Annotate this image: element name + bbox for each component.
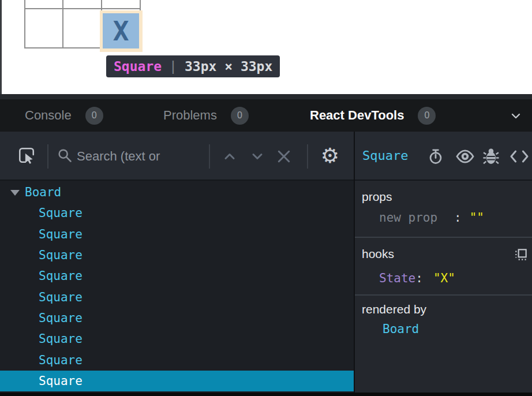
rendered-by-section: rendered by Board <box>355 294 532 391</box>
component-inspector-panel: props new prop:"" hooks State:"X" render… <box>355 181 532 393</box>
bottom-edge-bar <box>0 393 532 396</box>
tree-item-square[interactable]: Square <box>0 328 354 349</box>
tree-item-square[interactable]: Square <box>0 245 354 266</box>
drawer-tab-bar: Console 0 Problems 0 React DevTools 0 <box>0 99 532 132</box>
tree-item-label: Square <box>39 269 83 283</box>
bug-icon[interactable] <box>482 147 500 166</box>
react-devtools-count-badge: 0 <box>418 107 436 125</box>
previous-result-icon[interactable] <box>222 148 238 165</box>
tree-item-label: Square <box>39 374 83 388</box>
tree-item-label: Board <box>25 185 61 199</box>
console-count-badge: 0 <box>85 107 103 125</box>
tree-item-label: Square <box>39 248 83 262</box>
tree-item-label: Square <box>39 311 83 325</box>
suspend-stopwatch-icon[interactable] <box>427 147 444 166</box>
page-left-edge <box>0 0 2 94</box>
next-result-icon[interactable] <box>249 148 265 165</box>
parse-hook-names-icon[interactable] <box>514 247 529 262</box>
selected-component-name: Square <box>362 132 408 180</box>
tab-label: Problems <box>163 108 217 123</box>
tree-item-label: Square <box>39 227 83 241</box>
drawer-resize-handle[interactable] <box>0 94 532 99</box>
tree-item-square[interactable]: Square <box>0 224 354 245</box>
view-source-icon[interactable] <box>509 148 530 165</box>
hook-name: State <box>379 271 415 285</box>
toolbar-divider <box>307 144 308 169</box>
tooltip-dimensions: 33px × 33px <box>185 59 272 74</box>
gear-icon[interactable]: ⚙ <box>319 143 342 169</box>
tab-problems[interactable]: Problems 0 <box>163 99 249 132</box>
tree-item-label: Square <box>39 353 83 367</box>
tab-react-devtools[interactable]: React DevTools 0 <box>310 99 436 132</box>
tree-item-square[interactable]: Square <box>0 203 354 223</box>
toolbar-divider <box>47 144 48 169</box>
component-tree: BoardSquareSquareSquareSquareSquareSquar… <box>0 181 354 393</box>
tree-item-label: Square <box>39 332 83 346</box>
tree-item-label: Square <box>39 290 83 304</box>
tree-item-square[interactable]: Square <box>0 349 354 370</box>
highlighted-square-cell[interactable]: X <box>103 13 139 48</box>
devtools-window: X Square | 33px × 33px Console 0 Problem… <box>0 0 532 396</box>
tooltip-component-name: Square <box>114 59 162 74</box>
chevron-down-icon[interactable] <box>509 109 523 123</box>
hooks-title: hooks <box>362 247 532 261</box>
hooks-section: hooks State:"X" <box>355 237 532 294</box>
toolbar-divider <box>209 144 210 169</box>
colon: : <box>454 211 462 225</box>
rendered-by-link[interactable]: Board <box>362 322 532 336</box>
props-section: props new prop:"" <box>355 181 532 237</box>
colon: : <box>415 271 423 285</box>
inspect-tooltip: Square | 33px × 33px <box>106 55 280 77</box>
inspect-element-icon[interactable] <box>17 146 36 165</box>
grid-line <box>62 0 63 48</box>
react-devtools-toolbar: ⚙ Square <box>0 132 532 181</box>
new-prop-input[interactable]: new prop <box>379 211 454 225</box>
inspected-page-area: X Square | 33px × 33px <box>0 0 532 94</box>
tree-item-label: Square <box>39 206 83 220</box>
prop-value[interactable]: "" <box>470 211 484 225</box>
problems-count-badge: 0 <box>231 107 249 125</box>
new-prop-row[interactable]: new prop:"" <box>362 211 532 225</box>
tree-item-square[interactable]: Square <box>0 286 354 307</box>
grid-line <box>24 8 141 9</box>
tree-item-board[interactable]: Board <box>0 182 354 203</box>
tree-item-square[interactable]: Square <box>0 266 354 286</box>
tab-label: Console <box>25 108 72 123</box>
tab-label: React DevTools <box>310 108 404 123</box>
close-icon[interactable] <box>275 148 293 165</box>
square-value: X <box>113 16 129 47</box>
search-input[interactable] <box>76 141 206 172</box>
state-hook-row[interactable]: State:"X" <box>362 271 532 285</box>
tree-item-square[interactable]: Square <box>0 371 354 391</box>
props-title: props <box>362 190 532 204</box>
tooltip-separator: | <box>169 59 177 74</box>
tree-item-square[interactable]: Square <box>0 308 354 328</box>
tab-console[interactable]: Console 0 <box>25 99 103 132</box>
hook-value[interactable]: "X" <box>433 271 455 285</box>
grid-line <box>24 0 25 48</box>
expander-arrow-icon[interactable] <box>10 190 20 196</box>
rendered-by-title: rendered by <box>362 302 532 316</box>
search-icon <box>57 147 73 163</box>
inspect-dom-eye-icon[interactable] <box>455 148 475 165</box>
